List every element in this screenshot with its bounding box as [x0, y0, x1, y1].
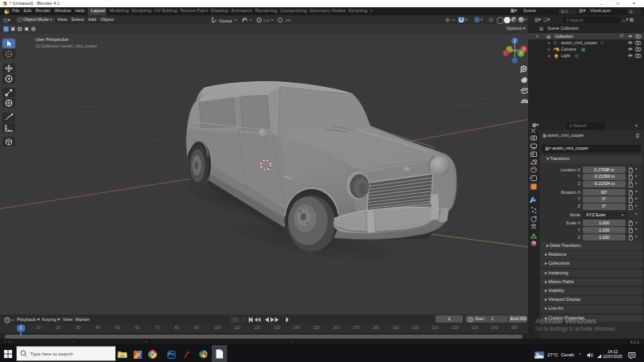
- svg-text:Z: Z: [514, 39, 516, 43]
- svg-text:1.00: 1.00: [263, 19, 270, 23]
- svg-text:Global: Global: [219, 19, 232, 23]
